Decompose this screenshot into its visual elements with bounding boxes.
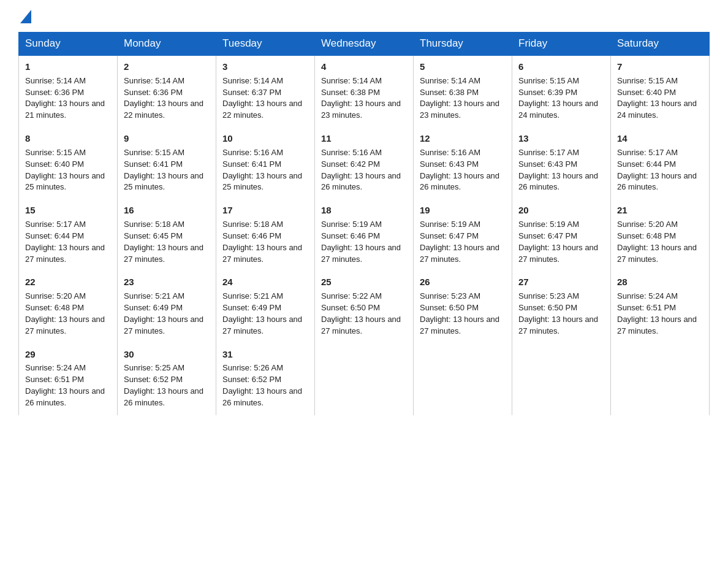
calendar-day-cell: 5Sunrise: 5:14 AMSunset: 6:38 PMDaylight… xyxy=(414,55,512,128)
sunset-text: Sunset: 6:44 PM xyxy=(617,159,676,169)
sunrise-text: Sunrise: 5:23 AM xyxy=(420,291,480,301)
calendar-day-cell: 15Sunrise: 5:17 AMSunset: 6:44 PMDayligh… xyxy=(19,199,118,271)
sunrise-text: Sunrise: 5:15 AM xyxy=(617,76,678,85)
sunrise-text: Sunrise: 5:17 AM xyxy=(25,220,86,229)
day-number: 10 xyxy=(222,132,308,145)
sunrise-text: Sunrise: 5:15 AM xyxy=(25,148,86,157)
daylight-text: Daylight: 13 hours and 26 minutes. xyxy=(518,171,598,192)
sunrise-text: Sunrise: 5:16 AM xyxy=(420,148,480,157)
sunrise-text: Sunrise: 5:17 AM xyxy=(518,148,579,157)
day-number: 8 xyxy=(25,132,111,145)
logo-triangle-icon xyxy=(20,10,31,23)
sunset-text: Sunset: 6:41 PM xyxy=(124,159,183,169)
daylight-text: Daylight: 13 hours and 26 minutes. xyxy=(124,386,203,407)
calendar-day-header: Friday xyxy=(512,33,611,56)
sunrise-text: Sunrise: 5:21 AM xyxy=(124,291,184,301)
daylight-text: Daylight: 13 hours and 27 minutes. xyxy=(25,243,105,264)
daylight-text: Daylight: 13 hours and 23 minutes. xyxy=(420,99,499,120)
sunrise-text: Sunrise: 5:18 AM xyxy=(222,220,283,229)
calendar-day-cell: 23Sunrise: 5:21 AMSunset: 6:49 PMDayligh… xyxy=(118,271,216,343)
sunrise-text: Sunrise: 5:20 AM xyxy=(25,291,86,301)
calendar-day-cell: 2Sunrise: 5:14 AMSunset: 6:36 PMDaylight… xyxy=(118,55,216,128)
sunset-text: Sunset: 6:36 PM xyxy=(124,88,183,97)
sunrise-text: Sunrise: 5:22 AM xyxy=(321,291,382,301)
sunset-text: Sunset: 6:40 PM xyxy=(617,88,676,97)
calendar-day-cell: 4Sunrise: 5:14 AMSunset: 6:38 PMDaylight… xyxy=(315,55,414,128)
sunset-text: Sunset: 6:50 PM xyxy=(420,303,479,312)
sunrise-text: Sunrise: 5:14 AM xyxy=(25,76,86,85)
day-number: 6 xyxy=(518,60,604,74)
empty-cell xyxy=(512,343,611,415)
sunrise-text: Sunrise: 5:23 AM xyxy=(518,291,579,301)
calendar-day-cell: 13Sunrise: 5:17 AMSunset: 6:43 PMDayligh… xyxy=(512,128,611,199)
day-number: 14 xyxy=(617,132,703,145)
daylight-text: Daylight: 13 hours and 26 minutes. xyxy=(321,171,401,192)
sunrise-text: Sunrise: 5:26 AM xyxy=(222,363,283,372)
calendar-day-cell: 17Sunrise: 5:18 AMSunset: 6:46 PMDayligh… xyxy=(216,199,315,271)
sunrise-text: Sunrise: 5:25 AM xyxy=(124,363,184,372)
day-number: 27 xyxy=(518,275,604,289)
sunset-text: Sunset: 6:43 PM xyxy=(420,159,479,169)
sunrise-text: Sunrise: 5:14 AM xyxy=(124,76,184,85)
sunset-text: Sunset: 6:51 PM xyxy=(617,303,676,312)
sunset-text: Sunset: 6:40 PM xyxy=(25,159,84,169)
daylight-text: Daylight: 13 hours and 23 minutes. xyxy=(321,99,401,120)
calendar-day-cell: 22Sunrise: 5:20 AMSunset: 6:48 PMDayligh… xyxy=(19,271,118,343)
calendar-day-header: Thursday xyxy=(414,33,512,56)
daylight-text: Daylight: 13 hours and 27 minutes. xyxy=(518,315,598,335)
day-number: 26 xyxy=(420,275,506,289)
svg-marker-0 xyxy=(20,10,31,23)
daylight-text: Daylight: 13 hours and 27 minutes. xyxy=(124,315,203,335)
sunset-text: Sunset: 6:47 PM xyxy=(420,231,479,240)
calendar-week-row: 22Sunrise: 5:20 AMSunset: 6:48 PMDayligh… xyxy=(19,271,710,343)
daylight-text: Daylight: 13 hours and 27 minutes. xyxy=(124,243,203,264)
sunrise-text: Sunrise: 5:15 AM xyxy=(518,76,579,85)
daylight-text: Daylight: 13 hours and 27 minutes. xyxy=(222,243,302,264)
daylight-text: Daylight: 13 hours and 24 minutes. xyxy=(617,99,697,120)
calendar-day-cell: 27Sunrise: 5:23 AMSunset: 6:50 PMDayligh… xyxy=(512,271,611,343)
calendar-day-cell: 20Sunrise: 5:19 AMSunset: 6:47 PMDayligh… xyxy=(512,199,611,271)
sunset-text: Sunset: 6:51 PM xyxy=(25,375,84,384)
calendar-day-cell: 7Sunrise: 5:15 AMSunset: 6:40 PMDaylight… xyxy=(611,55,710,128)
sunrise-text: Sunrise: 5:24 AM xyxy=(617,291,678,301)
calendar-header-row: SundayMondayTuesdayWednesdayThursdayFrid… xyxy=(19,33,710,56)
calendar-day-header: Saturday xyxy=(611,33,710,56)
day-number: 11 xyxy=(321,132,407,145)
day-number: 29 xyxy=(25,348,111,361)
sunset-text: Sunset: 6:46 PM xyxy=(222,231,281,240)
sunrise-text: Sunrise: 5:21 AM xyxy=(222,291,283,301)
daylight-text: Daylight: 13 hours and 26 minutes. xyxy=(222,386,302,407)
daylight-text: Daylight: 13 hours and 27 minutes. xyxy=(321,243,401,264)
daylight-text: Daylight: 13 hours and 27 minutes. xyxy=(222,315,302,335)
calendar-week-row: 15Sunrise: 5:17 AMSunset: 6:44 PMDayligh… xyxy=(19,199,710,271)
sunset-text: Sunset: 6:50 PM xyxy=(518,303,577,312)
daylight-text: Daylight: 13 hours and 25 minutes. xyxy=(25,171,105,192)
calendar-day-cell: 29Sunrise: 5:24 AMSunset: 6:51 PMDayligh… xyxy=(19,343,118,415)
sunset-text: Sunset: 6:37 PM xyxy=(222,88,281,97)
sunset-text: Sunset: 6:50 PM xyxy=(321,303,380,312)
day-number: 18 xyxy=(321,204,407,217)
calendar-week-row: 8Sunrise: 5:15 AMSunset: 6:40 PMDaylight… xyxy=(19,128,710,199)
calendar-day-cell: 6Sunrise: 5:15 AMSunset: 6:39 PMDaylight… xyxy=(512,55,611,128)
calendar-day-cell: 10Sunrise: 5:16 AMSunset: 6:41 PMDayligh… xyxy=(216,128,315,199)
day-number: 19 xyxy=(420,204,506,217)
daylight-text: Daylight: 13 hours and 26 minutes. xyxy=(25,386,105,407)
empty-cell xyxy=(611,343,710,415)
day-number: 1 xyxy=(25,60,111,74)
calendar-day-header: Wednesday xyxy=(315,33,414,56)
daylight-text: Daylight: 13 hours and 27 minutes. xyxy=(518,243,598,264)
calendar-day-cell: 9Sunrise: 5:15 AMSunset: 6:41 PMDaylight… xyxy=(118,128,216,199)
page-header xyxy=(18,12,710,21)
sunrise-text: Sunrise: 5:14 AM xyxy=(222,76,283,85)
sunset-text: Sunset: 6:38 PM xyxy=(321,88,380,97)
day-number: 21 xyxy=(617,204,703,217)
calendar-day-cell: 11Sunrise: 5:16 AMSunset: 6:42 PMDayligh… xyxy=(315,128,414,199)
calendar-day-header: Monday xyxy=(118,33,216,56)
sunset-text: Sunset: 6:47 PM xyxy=(518,231,577,240)
sunrise-text: Sunrise: 5:17 AM xyxy=(617,148,678,157)
daylight-text: Daylight: 13 hours and 27 minutes. xyxy=(25,315,105,335)
sunset-text: Sunset: 6:46 PM xyxy=(321,231,380,240)
calendar-day-cell: 19Sunrise: 5:19 AMSunset: 6:47 PMDayligh… xyxy=(414,199,512,271)
daylight-text: Daylight: 13 hours and 24 minutes. xyxy=(518,99,598,120)
sunset-text: Sunset: 6:43 PM xyxy=(518,159,577,169)
